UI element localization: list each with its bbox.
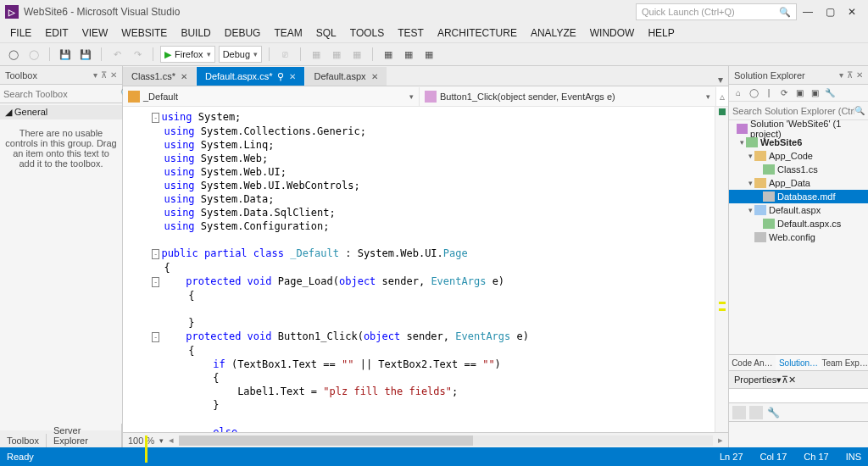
refresh-icon[interactable]: ⟳ — [778, 87, 790, 99]
nav-fwd-button[interactable]: ◯ — [25, 46, 42, 63]
chevron-down-icon[interactable]: ▾ — [93, 70, 97, 80]
chevron-down-icon[interactable]: ▾ — [839, 70, 843, 80]
document-tab[interactable]: Default.aspx✕ — [305, 67, 386, 86]
tree-item[interactable]: Solution 'WebSite6' (1 project) — [729, 122, 868, 136]
pin-icon[interactable]: ⊼ — [101, 70, 107, 80]
tree-item[interactable]: Web.config — [729, 230, 868, 244]
status-bar: Ready Ln 27 Col 17 Ch 17 INS — [0, 447, 868, 466]
document-tab[interactable]: Default.aspx.cs*⚲✕ — [197, 67, 304, 86]
properties-icon[interactable]: 🔧 — [824, 87, 836, 99]
config-dropdown[interactable]: Debug ▾ — [219, 46, 262, 63]
toolbox-search[interactable]: 🔍 — [0, 85, 122, 103]
quick-launch-input[interactable]: Quick Launch (Ctrl+Q) 🔍 — [636, 3, 797, 20]
props-icon[interactable]: 🔧 — [766, 406, 780, 419]
pin-icon[interactable]: ⚲ — [277, 71, 284, 82]
search-icon: 🔍 — [854, 106, 865, 115]
pin-icon[interactable]: ⊼ — [847, 70, 853, 80]
tb-icon-1[interactable]: ⎚ — [276, 46, 293, 63]
home-icon[interactable]: ⌂ — [732, 87, 744, 99]
close-tab-icon[interactable]: ✕ — [289, 72, 296, 81]
menu-architecture[interactable]: ARCHITECTURE — [431, 25, 524, 42]
menu-edit[interactable]: EDIT — [38, 25, 75, 42]
menu-team[interactable]: TEAM — [267, 25, 309, 42]
start-browser-label: Firefox — [175, 49, 203, 59]
properties-panel: Properties ▾ ⊼ ✕ 🔧 — [729, 371, 868, 447]
tree-item[interactable]: ▾App_Data — [729, 176, 868, 190]
menu-help[interactable]: HELP — [641, 25, 681, 42]
class-selector[interactable]: _Default ▾ — [123, 87, 420, 106]
undo-button[interactable]: ↶ — [108, 46, 125, 63]
nav-back-button[interactable]: ◯ — [5, 46, 22, 63]
toolbox-bottom-tabs: ToolboxServer Explorer — [0, 430, 122, 447]
menu-build[interactable]: BUILD — [174, 25, 217, 42]
code-editor[interactable]: -using System; using System.Collections.… — [148, 107, 715, 432]
tb-icon-3[interactable]: ▦ — [328, 46, 345, 63]
document-tab[interactable]: Class1.cs*✕ — [123, 67, 196, 86]
solution-search-input[interactable] — [732, 106, 854, 116]
menu-debug[interactable]: DEBUG — [218, 25, 268, 42]
tb-icon-7[interactable]: ▦ — [420, 46, 437, 63]
tree-item[interactable]: Database.mdf — [729, 190, 868, 203]
scroll-annotation-bar[interactable] — [715, 107, 728, 432]
pin-icon[interactable]: ⊼ — [782, 374, 788, 386]
redo-button[interactable]: ↷ — [129, 46, 146, 63]
zoom-level[interactable]: 100 % — [128, 435, 154, 446]
close-icon[interactable]: ✕ — [110, 70, 117, 80]
back-icon[interactable]: ◯ — [748, 87, 760, 99]
member-selector[interactable]: Button1_Click(object sender, EventArgs e… — [420, 87, 716, 106]
bottom-tab[interactable]: Toolbox — [0, 434, 47, 447]
show-all-icon[interactable]: ▣ — [809, 87, 821, 99]
split-icon[interactable]: ▵ — [716, 86, 728, 107]
tree-item[interactable]: Default.aspx.cs — [729, 217, 868, 230]
alpha-icon[interactable] — [749, 406, 763, 419]
close-icon[interactable]: ✕ — [856, 70, 863, 80]
nav-bar: _Default ▾ Button1_Click(object sender, … — [123, 86, 716, 107]
tb-icon-2[interactable]: ▦ — [308, 46, 325, 63]
menu-file[interactable]: FILE — [3, 25, 38, 42]
editor-area: Class1.cs*✕Default.aspx.cs*⚲✕Default.asp… — [123, 66, 728, 447]
menu-tools[interactable]: TOOLS — [343, 25, 391, 42]
tb-icon-6[interactable]: ▦ — [400, 46, 417, 63]
save-all-button[interactable]: 💾 — [77, 46, 94, 63]
right-tab[interactable]: Code An… — [729, 355, 776, 370]
h-scrollbar[interactable] — [179, 435, 713, 446]
categorize-icon[interactable] — [732, 406, 746, 419]
tree-item[interactable]: Class1.cs — [729, 163, 868, 176]
bottom-tab[interactable]: Server Explorer — [47, 424, 122, 447]
right-tab[interactable]: Solution… — [776, 355, 822, 370]
status-ins: INS — [846, 452, 861, 462]
toolbox-panel: Toolbox ▾ ⊼ ✕ 🔍 ◢ General There are no u… — [0, 66, 123, 447]
menu-window[interactable]: WINDOW — [583, 25, 642, 42]
vs-logo-icon: ▷ — [5, 5, 19, 19]
solution-explorer-search[interactable]: 🔍 — [729, 102, 868, 120]
menu-test[interactable]: TEST — [391, 25, 431, 42]
menu-bar: FILEEDITVIEWWEBSITEBUILDDEBUGTEAMSQLTOOL… — [0, 24, 868, 42]
window-title: WebSite6 - Microsoft Visual Studio — [24, 6, 180, 18]
restore-button[interactable]: ▢ — [819, 3, 841, 20]
close-tab-icon[interactable]: ✕ — [371, 72, 378, 81]
tabs-overflow-icon[interactable]: ▾ — [713, 74, 728, 86]
toolbox-category[interactable]: ◢ General — [0, 105, 122, 119]
menu-view[interactable]: VIEW — [75, 25, 115, 42]
toolbox-empty-msg: There are no usable controls in this gro… — [0, 119, 122, 177]
solution-tree[interactable]: Solution 'WebSite6' (1 project)▾WebSite6… — [729, 120, 868, 354]
tree-item[interactable]: ▾App_Code — [729, 149, 868, 163]
title-bar: ▷ WebSite6 - Microsoft Visual Studio Qui… — [0, 0, 868, 24]
tb-icon-4[interactable]: ▦ — [348, 46, 365, 63]
menu-website[interactable]: WEBSITE — [114, 25, 174, 42]
toolbox-header: Toolbox ▾ ⊼ ✕ — [0, 66, 122, 85]
save-button[interactable]: 💾 — [57, 46, 74, 63]
close-icon[interactable]: ✕ — [788, 374, 796, 386]
solution-explorer-toolbar: ⌂ ◯ | ⟳ ▣ ▣ 🔧 — [729, 85, 868, 102]
toolbox-search-input[interactable] — [3, 89, 120, 99]
menu-analyze[interactable]: ANALYZE — [524, 25, 583, 42]
close-tab-icon[interactable]: ✕ — [181, 72, 187, 81]
tree-item[interactable]: ▾Default.aspx — [729, 203, 868, 217]
minimize-button[interactable]: — — [797, 3, 819, 20]
menu-sql[interactable]: SQL — [309, 25, 343, 42]
close-button[interactable]: ✕ — [841, 3, 863, 20]
start-debug-dropdown[interactable]: ▶ Firefox ▾ — [160, 46, 215, 63]
right-tab[interactable]: Team Exp… — [821, 355, 868, 370]
tb-icon-5[interactable]: ▦ — [380, 46, 397, 63]
collapse-icon[interactable]: ▣ — [793, 87, 805, 99]
